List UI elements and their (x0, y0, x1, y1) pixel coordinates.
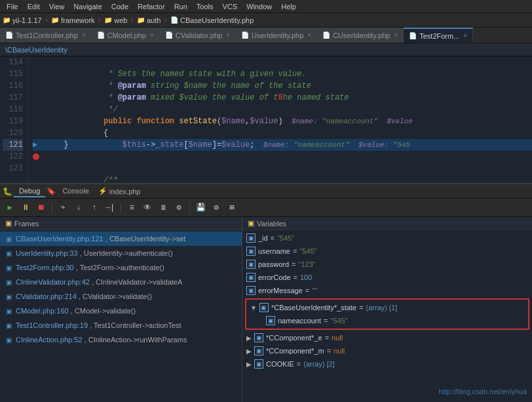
debugger-tab[interactable]: Debug (14, 186, 45, 197)
expand-icon-ce[interactable]: ▶ (246, 334, 252, 342)
var-ce: ▶ ▣ *CComponent*_e = null (242, 331, 532, 344)
tab-cuseridentity[interactable]: 📄 CUserIdentity.php × (317, 28, 404, 43)
frame-item-3[interactable]: ▣ Test2Form.php:30 , Test2Form->authenti… (0, 260, 242, 275)
menu-navigate[interactable]: Navigate (69, 1, 105, 12)
frame-text-3: Test2Form.php:30 , Test2Form->authentica… (16, 264, 164, 271)
path-web[interactable]: 📁 web (104, 16, 127, 24)
code-area[interactable]: 114 115 116 117 118 119 120 121 122 123 … (0, 56, 532, 183)
var-name-errormessage: errorMessage (258, 287, 303, 294)
var-icon-cookie: ▣ (254, 359, 263, 369)
frame-item-1[interactable]: ▣ CBaseUserIdentity.php:121 , CBaseUserI… (0, 231, 242, 246)
evaluate-button[interactable]: ≡ (124, 201, 139, 214)
settings-button[interactable]: ⚙ (209, 201, 223, 214)
var-name-id: _id (258, 234, 268, 242)
var-name-118: $name (221, 117, 245, 126)
menu-edit[interactable]: Edit (24, 1, 44, 12)
tab-cvalidator[interactable]: 📄 CValidator.php × (160, 28, 236, 43)
menu-run[interactable]: Run (170, 1, 191, 12)
var-name-state: *CBaseUserIdentity*_state (271, 304, 356, 312)
tab-label-6: Test2Form... (419, 32, 459, 40)
var-state-row[interactable]: ▼ ▣ *CBaseUserIdentity*_state = (array) … (246, 301, 528, 314)
step-into-button[interactable]: ↓ (71, 201, 86, 214)
var-cm: ▶ ▣ *CComponent*_m = null (242, 344, 532, 357)
brace-open: { (80, 129, 108, 138)
path-file[interactable]: 📄 CBaseUserIdentity.php (170, 16, 254, 24)
path-project[interactable]: 📁 yii-1.1.17 (3, 16, 42, 24)
var-name-username: username (258, 247, 290, 255)
debug-file-icon: ⚡ (98, 187, 107, 195)
watermark: http://blog.csdn.net/enlyhua (438, 388, 527, 395)
resume-button[interactable]: ▶ (3, 201, 17, 214)
frame-file-6: CModel.php:160 (16, 307, 69, 315)
menu-help[interactable]: Help (277, 1, 300, 12)
expand-icon-cookie[interactable]: ▶ (246, 361, 252, 368)
var-errormessage: ▣ errorMessage = "" (242, 284, 532, 297)
frame-method-7: , Test1Controller->actionTest (90, 321, 181, 329)
frame-item-6[interactable]: ▣ CModel.php:160 , CModel->validate() (0, 304, 242, 318)
close-bracket-120: ]= (212, 140, 221, 150)
frame-item-4[interactable]: ▣ CInlineValidator.php:42 , CInlineValid… (0, 275, 242, 289)
run-cursor-button[interactable]: →| (103, 201, 117, 214)
threads-button[interactable]: ⚙ (172, 201, 186, 214)
watch-button[interactable]: 👁 (140, 201, 155, 214)
step-out-button[interactable]: ↑ (87, 201, 102, 214)
menu-view[interactable]: View (45, 1, 69, 12)
frame-item-2[interactable]: ▣ UserIdentity.php:33 , UserIdentity->au… (0, 246, 242, 260)
var-val-username: "545" (299, 247, 316, 255)
menu-file[interactable]: File (3, 1, 22, 12)
stop-button[interactable]: ⏹ (34, 201, 48, 214)
tab-close-6[interactable]: × (463, 32, 467, 39)
comment-116b: mixed $value the value of t (146, 93, 278, 102)
close-118: ) (278, 117, 283, 126)
path-auth[interactable]: 📁 auth (137, 16, 161, 24)
menu-refactor[interactable]: Refactor (134, 1, 169, 12)
console-tab[interactable]: Console (57, 186, 94, 197)
code-content[interactable]: * Sets the named state with a given valu… (28, 56, 532, 183)
path-bar: 📁 yii-1.1.17 › 📁 framework › 📁 web › 📁 a… (0, 13, 532, 28)
frame-item-8[interactable]: ▣ CInlineAction.php:52 , CInlineAction->… (0, 332, 242, 347)
tab-close-2[interactable]: × (150, 31, 154, 39)
var-state-group[interactable]: ▼ ▣ *CBaseUserIdentity*_state = (array) … (245, 298, 529, 330)
tab-test1controller[interactable]: 📄 Test1Controller.php × (0, 28, 92, 43)
arrow-120: -> (146, 140, 155, 150)
comment-117: */ (80, 105, 118, 114)
tab-close-5[interactable]: × (394, 31, 398, 39)
tab-label-3: CValidator.php (176, 31, 222, 39)
tab-label-2: CModel.php (107, 31, 146, 39)
var-val-errorcode: 100 (300, 273, 312, 281)
kw-public: public (104, 117, 132, 126)
menu-bar: File Edit View Navigate Code Refactor Ru… (0, 0, 532, 13)
debug-file-sep: 🔖 (47, 187, 56, 195)
tab-close-1[interactable]: × (82, 31, 86, 39)
pause-button[interactable]: ⏸ (18, 201, 33, 214)
menu-tools[interactable]: Tools (193, 1, 218, 12)
tab-close-4[interactable]: × (307, 31, 311, 39)
tab-useridentity[interactable]: 📄 UserIdentity.php × (236, 28, 317, 43)
expand-icon-cm[interactable]: ▶ (246, 348, 252, 355)
tab-cmodel[interactable]: 📄 CModel.php × (92, 28, 160, 43)
expand-icon[interactable]: ▼ (250, 304, 257, 312)
menu-window[interactable]: Window (242, 1, 276, 12)
frame-text-1: CBaseUserIdentity.php:121 , CBaseUserIde… (16, 235, 185, 243)
frame-item-5[interactable]: ▣ CValidator.php:214 , CValidator->valid… (0, 289, 242, 304)
var-val-cookie: (array) [2] (303, 360, 335, 368)
comment-115: * (80, 81, 118, 90)
path-framework[interactable]: 📁 framework (51, 16, 94, 24)
var-icon-password: ▣ (246, 260, 256, 269)
tab-test2form[interactable]: 📄 Test2Form... × (404, 28, 473, 43)
menu-code[interactable]: Code (107, 1, 132, 12)
memory-button[interactable]: 💾 (193, 201, 208, 214)
var-icon-errorcode: ▣ (246, 273, 256, 282)
layout-button[interactable]: ⊞ (225, 201, 239, 214)
tab-close-3[interactable]: × (226, 31, 230, 39)
frames-list[interactable]: ▣ CBaseUserIdentity.php:121 , CBaseUserI… (0, 230, 242, 402)
frame-item-7[interactable]: ▣ Test1Controller.php:19 , Test1Controll… (0, 318, 242, 332)
menu-vcs[interactable]: VCS (219, 1, 242, 12)
var-value-120: $value (221, 140, 250, 150)
frames-button[interactable]: ≣ (156, 201, 170, 214)
var-list[interactable]: ▣ _id = "545" ▣ username = "545" ▣ (242, 230, 532, 402)
step-over-button[interactable]: ↷ (56, 201, 70, 214)
parens-118: ( (217, 117, 221, 126)
toolbar-sep-3 (189, 203, 190, 213)
var-cookie[interactable]: ▶ ▣ COOKIE = (array) [2] (242, 357, 532, 371)
